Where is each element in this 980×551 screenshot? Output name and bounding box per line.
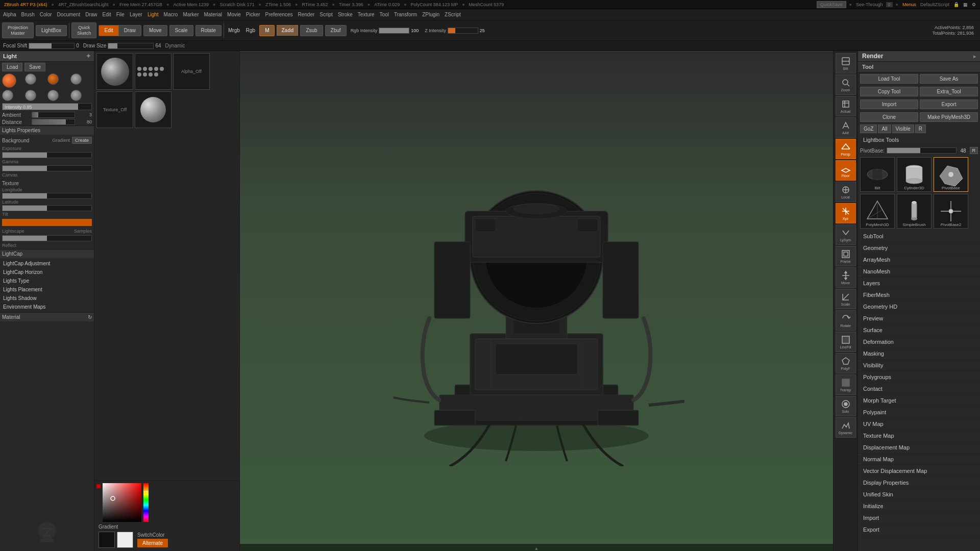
- tool-polymesh[interactable]: PolyMesh3D: [860, 194, 895, 229]
- menu-file[interactable]: File: [115, 12, 126, 17]
- visible-btn[interactable]: Visible: [892, 124, 914, 133]
- export-btn[interactable]: Export: [920, 99, 978, 109]
- projection-master-btn[interactable]: Projection Master: [2, 22, 34, 39]
- visibility-item[interactable]: Visibility: [858, 360, 980, 371]
- lightscape-slider[interactable]: [2, 235, 92, 241]
- tool-section-title[interactable]: Tool: [858, 62, 980, 72]
- draw-size-control[interactable]: Draw Size 64: [83, 43, 161, 49]
- vector-displacement-map-item[interactable]: Vector Displacement Map: [858, 465, 980, 477]
- light-icon-2[interactable]: [25, 73, 36, 85]
- menu-alpha[interactable]: Alpha: [2, 12, 17, 17]
- zbuf-btn[interactable]: Zbuf: [325, 25, 347, 36]
- metal-thumb[interactable]: Metal: [135, 91, 172, 128]
- deformation-item[interactable]: Deformation: [858, 336, 980, 348]
- contact-item[interactable]: Contact: [858, 383, 980, 395]
- subtool-item[interactable]: SubTool: [858, 231, 980, 242]
- linefill-btn[interactable]: LineFill: [836, 332, 856, 352]
- menu-zscript[interactable]: ZScript: [444, 12, 462, 17]
- intensity-bar[interactable]: Intensity 0.85: [2, 103, 92, 110]
- environment-maps[interactable]: Environment Maps: [2, 303, 92, 311]
- menu-light[interactable]: Light: [146, 12, 160, 17]
- zsub-btn[interactable]: Zsub: [300, 25, 323, 36]
- lightcap-adjustment[interactable]: LightCap Adjustment: [2, 259, 92, 268]
- make-polymesh-btn[interactable]: Make PolyMesh3D: [920, 112, 978, 122]
- tool-cylinder[interactable]: Cylinder3D: [897, 157, 932, 192]
- arraymesh-item[interactable]: ArrayMesh: [858, 254, 980, 266]
- load-btn[interactable]: Load: [2, 63, 22, 71]
- z-intensity-slider[interactable]: [448, 28, 478, 34]
- frame-btn[interactable]: Frame: [836, 246, 856, 266]
- lightcap-section[interactable]: LightCap: [0, 249, 94, 258]
- morph-target-item[interactable]: Morph Target: [858, 395, 980, 407]
- initialize-item[interactable]: Initialize: [858, 500, 980, 512]
- all-btn[interactable]: All: [878, 124, 891, 133]
- menu-color[interactable]: Color: [39, 12, 53, 17]
- polygroups-item[interactable]: Polygroups: [858, 371, 980, 383]
- export-tool-item[interactable]: Export: [858, 524, 980, 536]
- lights-placement[interactable]: Lights Placement: [2, 285, 92, 294]
- dynamic-btn[interactable]: Dynamic: [165, 43, 185, 48]
- normal-map-item[interactable]: Normal Map: [858, 454, 980, 465]
- menu-marker[interactable]: Marker: [182, 12, 200, 17]
- move-btn[interactable]: Move: [143, 25, 167, 36]
- menu-tool[interactable]: Tool: [379, 12, 390, 17]
- material-icon[interactable]: ↻: [88, 314, 92, 320]
- surface-item[interactable]: Surface: [858, 324, 980, 336]
- tool-pivotbase[interactable]: PivotBase: [934, 157, 968, 192]
- m-btn[interactable]: M: [259, 25, 275, 36]
- local-btn[interactable]: Local: [836, 182, 856, 202]
- persp-btn[interactable]: Persp: [836, 139, 856, 159]
- solo-btn[interactable]: Solo: [836, 396, 856, 416]
- actual-btn[interactable]: Actual: [836, 96, 856, 116]
- copy-tool-btn[interactable]: Copy Tool: [860, 87, 918, 96]
- menu-transform[interactable]: Transform: [393, 12, 418, 17]
- quicksave-btn[interactable]: QuickSave: [817, 1, 846, 8]
- lights-properties-section[interactable]: Lights Properties: [0, 126, 94, 135]
- import-tool-item[interactable]: Import: [858, 512, 980, 524]
- move-icon-btn[interactable]: Move: [836, 267, 856, 288]
- floor-btn[interactable]: Floor: [836, 160, 856, 181]
- pivot-slider[interactable]: [887, 147, 957, 154]
- menu-preferences[interactable]: Preferences: [264, 12, 294, 17]
- viewport[interactable]: ▲: [240, 51, 833, 551]
- menus-btn[interactable]: Menus: [901, 2, 917, 7]
- focal-shift-slider[interactable]: [29, 43, 75, 49]
- menu-picker[interactable]: Picker: [245, 12, 261, 17]
- light-icon-8[interactable]: [70, 90, 82, 101]
- color-picker-wrapper[interactable]: [103, 483, 141, 523]
- default-zscript[interactable]: DefaultZScript: [919, 2, 950, 7]
- load-tool-btn[interactable]: Load Tool: [860, 74, 918, 84]
- menu-script[interactable]: Script: [318, 12, 334, 17]
- display-properties-item[interactable]: Display Properties: [858, 477, 980, 489]
- geometry-item[interactable]: Geometry: [858, 242, 980, 254]
- light-icon-6[interactable]: [25, 90, 36, 101]
- fibermesh-item[interactable]: FiberMesh: [858, 289, 980, 301]
- masking-item[interactable]: Masking: [858, 348, 980, 360]
- alpha-off-thumb[interactable]: Alpha_Off: [173, 53, 210, 90]
- r-btn[interactable]: R: [915, 124, 926, 133]
- quick-sketch-btn[interactable]: Quick Sketch: [71, 22, 97, 39]
- lightbox-tools-item[interactable]: Lightbox Tools: [858, 134, 980, 146]
- menu-draw[interactable]: Draw: [84, 12, 98, 17]
- lights-shadow[interactable]: Lights Shadow: [2, 294, 92, 303]
- menu-layer[interactable]: Layer: [129, 12, 143, 17]
- menu-edit[interactable]: Edit: [102, 12, 112, 17]
- lightcap-horizon[interactable]: LightCap Horizon: [2, 268, 92, 277]
- pivot-r-btn[interactable]: R: [970, 147, 978, 154]
- goz-btn[interactable]: GoZ: [860, 124, 877, 133]
- rgb-intensity-slider[interactable]: [379, 28, 409, 34]
- layers-item[interactable]: Layers: [858, 278, 980, 289]
- bilt-btn[interactable]: Bilt: [836, 53, 856, 73]
- brush-dots[interactable]: Dots: [135, 53, 172, 90]
- menu-document[interactable]: Document: [56, 12, 82, 17]
- light-icon-1[interactable]: [2, 73, 16, 88]
- dynamic-icon-btn[interactable]: Dynamic: [836, 417, 856, 438]
- zadd-btn[interactable]: Zadd: [277, 25, 298, 36]
- displacement-map-item[interactable]: Displacement Map: [858, 442, 980, 454]
- menu-render[interactable]: Render: [297, 12, 316, 17]
- longitude-slider[interactable]: [2, 193, 92, 199]
- lightbox-btn[interactable]: LightBox: [36, 25, 67, 36]
- unified-skin-item[interactable]: Unified Skin: [858, 489, 980, 500]
- geometry-hd-item[interactable]: Geometry HD: [858, 301, 980, 313]
- brush-standard[interactable]: Standard: [96, 53, 133, 90]
